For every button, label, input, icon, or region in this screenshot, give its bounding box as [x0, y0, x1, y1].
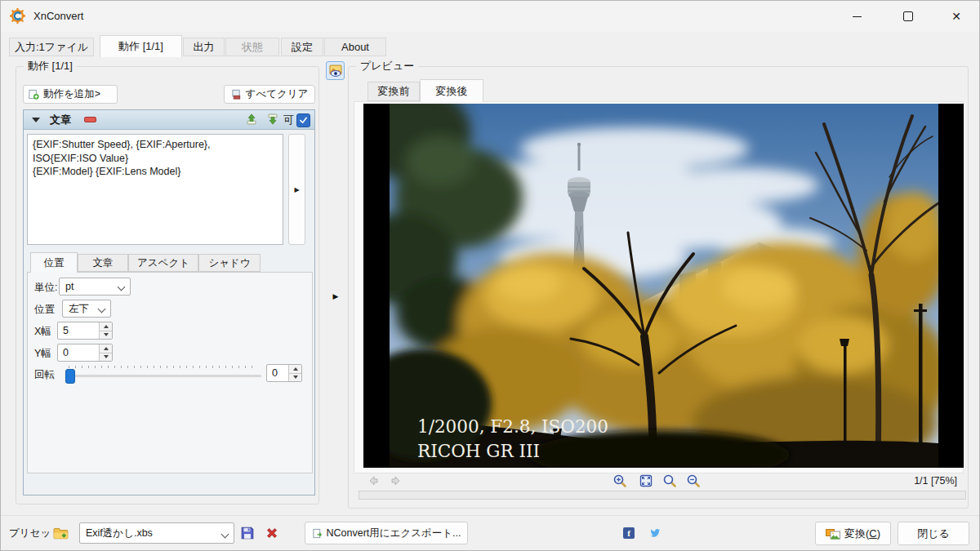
rotation-stepper[interactable]: 0: [266, 364, 302, 382]
x-width-label: X幅: [34, 325, 51, 339]
zoom-out-button[interactable]: [687, 474, 700, 490]
subtab-aspect[interactable]: アスペクト: [128, 254, 198, 272]
preview-eye-icon: [329, 64, 342, 78]
preview-toggle-button[interactable]: [326, 61, 345, 80]
position-settings-panel: 単位: pt 位置 左下 X幅 5 Y: [27, 272, 313, 473]
rotation-slider[interactable]: [65, 364, 261, 382]
right-arrow-icon: ▶: [294, 186, 299, 193]
check-icon: [299, 116, 308, 125]
text-variables-button[interactable]: ▶: [288, 134, 305, 245]
enabled-label: 可: [283, 113, 294, 127]
clear-all-button[interactable]: すべてクリア: [224, 85, 315, 104]
preset-select[interactable]: Exif透かし.xbs: [79, 522, 234, 544]
splitter-collapse-button[interactable]: ▶: [330, 288, 341, 304]
remove-action-icon[interactable]: [84, 117, 96, 122]
close-icon: ✕: [951, 11, 961, 22]
chevron-down-icon: [221, 531, 229, 539]
add-action-icon: [29, 89, 39, 100]
close-button[interactable]: ✕: [938, 1, 975, 32]
unit-select[interactable]: pt: [59, 278, 131, 295]
move-up-icon[interactable]: [246, 113, 257, 127]
zoom-original-button[interactable]: [663, 474, 676, 490]
close-app-button[interactable]: 閉じる: [898, 522, 969, 545]
slider-track: [65, 375, 261, 377]
actions-group-title: 動作 [1/1]: [24, 59, 77, 73]
subtab-shadow[interactable]: シャドウ: [198, 254, 261, 272]
convert-images-icon: [826, 527, 840, 540]
spin-up-button[interactable]: [100, 344, 112, 353]
photo-overlay-exif: 1/2000, F2.8, ISO200: [417, 416, 608, 437]
delete-preset-button[interactable]: [264, 525, 280, 541]
actions-groupbox: 動作 [1/1] 動作を追加> すべてクリア 文章: [16, 66, 319, 504]
x-width-stepper[interactable]: 5: [57, 322, 113, 340]
twitter-bird-icon: [649, 527, 661, 539]
position-label: 位置: [34, 303, 55, 317]
enabled-checkbox[interactable]: [296, 113, 310, 127]
zoom-out-icon: [687, 474, 700, 487]
right-arrow-icon: ▶: [333, 292, 339, 300]
tab-input[interactable]: 入力:1ファイル: [9, 38, 94, 56]
bottom-bar: プリセット: Exif透かし.xbs: [1, 515, 980, 551]
up-arrow-icon: [293, 367, 298, 371]
zoom-fit-button[interactable]: [639, 474, 653, 490]
maximize-button[interactable]: [889, 1, 927, 32]
position-select[interactable]: 左下: [62, 300, 111, 318]
spin-down-button[interactable]: [100, 331, 112, 340]
up-arrow-icon: [104, 347, 109, 350]
back-arrow-icon: [367, 474, 380, 487]
zoom-fit-icon: [639, 474, 653, 487]
tab-before[interactable]: 変換前: [368, 82, 420, 101]
xnconvert-logo-icon: [10, 8, 25, 24]
y-width-stepper[interactable]: 0: [57, 344, 113, 362]
up-arrow-icon: [104, 325, 109, 328]
facebook-icon: f: [623, 527, 635, 539]
slider-handle[interactable]: [65, 369, 75, 384]
save-floppy-icon: [240, 526, 255, 540]
spin-up-button[interactable]: [289, 365, 301, 374]
rotation-label: 回転: [34, 368, 55, 382]
window-title: XnConvert: [33, 1, 83, 32]
titlebar: XnConvert ✕: [1, 1, 979, 32]
subtab-position[interactable]: 位置: [30, 252, 78, 273]
collapse-icon[interactable]: [32, 118, 40, 122]
minimize-button[interactable]: [838, 1, 875, 32]
zoom-in-button[interactable]: [613, 474, 626, 490]
save-preset-button[interactable]: [239, 525, 256, 541]
add-action-button[interactable]: 動作を追加>: [23, 85, 118, 104]
action-item-text: 文章 可: [23, 109, 315, 495]
action-title: 文章: [50, 113, 71, 127]
preview-image[interactable]: 1/2000, F2.8, ISO200 RICOH GR III: [363, 104, 964, 468]
move-down-icon[interactable]: [267, 113, 278, 127]
convert-button[interactable]: 変換(C): [815, 522, 891, 545]
page-indicator: 1/1 [75%]: [914, 475, 957, 487]
tab-output[interactable]: 出力: [183, 38, 225, 56]
slider-ticks: [69, 366, 258, 368]
twitter-button[interactable]: [649, 527, 661, 539]
spin-down-button[interactable]: [100, 353, 112, 362]
forward-arrow-icon: [390, 474, 403, 487]
watermark-text-input[interactable]: {EXIF:Shutter Speed}, {EXIF:Aperture}, I…: [27, 134, 283, 245]
spin-up-button[interactable]: [100, 322, 112, 331]
spin-down-button[interactable]: [289, 374, 301, 382]
zoom-in-icon: [613, 474, 626, 487]
down-arrow-icon: [104, 333, 109, 336]
unit-label: 単位:: [34, 281, 57, 295]
tab-settings[interactable]: 設定: [281, 38, 323, 56]
tab-after[interactable]: 変換後: [420, 79, 483, 102]
y-width-label: Y幅: [34, 347, 51, 361]
tab-actions[interactable]: 動作 [1/1]: [100, 35, 182, 57]
facebook-button[interactable]: f: [623, 527, 635, 539]
open-preset-button[interactable]: [51, 523, 71, 543]
preview-photo: 1/2000, F2.8, ISO200 RICOH GR III: [390, 104, 938, 468]
next-image-button[interactable]: [390, 474, 403, 490]
down-arrow-icon: [293, 375, 298, 379]
minimize-icon: [853, 16, 862, 17]
action-header[interactable]: 文章 可: [24, 110, 314, 130]
previous-image-button[interactable]: [367, 474, 380, 490]
subtab-text[interactable]: 文章: [78, 254, 128, 272]
chevron-down-icon: [98, 305, 106, 313]
clear-all-icon: [231, 89, 242, 100]
export-nconvert-button[interactable]: NConvert用にエクスポート...: [305, 522, 468, 544]
tab-about[interactable]: About: [324, 38, 386, 56]
progress-bar: [359, 491, 966, 500]
